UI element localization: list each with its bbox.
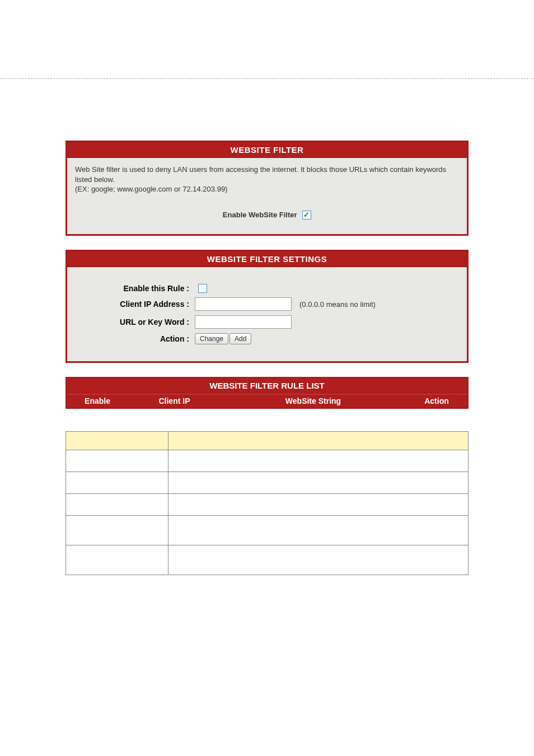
enable-website-filter-label: Enable WebSite Filter — [223, 211, 297, 219]
client-ip-label: Client IP Address : — [77, 300, 195, 309]
add-button[interactable]: Add — [229, 333, 251, 344]
rule-list-title: WEBSITE FILTER RULE LIST — [67, 378, 467, 394]
enable-website-filter-checkbox[interactable] — [302, 211, 311, 220]
table-row — [66, 450, 469, 472]
website-filter-description: Web Site filter is used to deny LAN user… — [75, 165, 459, 194]
col-action: Action — [406, 396, 467, 405]
client-ip-hint: (0.0.0.0 means no limit) — [299, 300, 376, 309]
col-enable: Enable — [67, 396, 128, 405]
enable-rule-checkbox[interactable] — [198, 284, 207, 293]
website-filter-title: WEBSITE FILTER — [67, 142, 467, 158]
website-filter-settings-panel: WEBSITE FILTER SETTINGS Enable this Rule… — [65, 250, 469, 363]
col-client-ip: Client IP — [128, 396, 221, 405]
change-button[interactable]: Change — [195, 333, 228, 344]
action-label: Action : — [77, 334, 195, 343]
table-row — [66, 432, 469, 450]
page-divider — [0, 78, 534, 79]
rule-list-columns: Enable Client IP WebSite String Action — [67, 394, 467, 408]
table-row — [66, 472, 469, 494]
website-filter-body: Web Site filter is used to deny LAN user… — [67, 158, 467, 234]
empty-table — [65, 431, 469, 575]
website-filter-settings-title: WEBSITE FILTER SETTINGS — [67, 251, 467, 267]
col-website-string: WebSite String — [221, 396, 406, 405]
enable-rule-label: Enable this Rule : — [77, 284, 195, 293]
url-keyword-label: URL or Key Word : — [77, 318, 195, 326]
client-ip-input[interactable] — [195, 297, 292, 311]
table-row — [66, 545, 469, 575]
table-row — [66, 494, 469, 516]
rule-list-panel: WEBSITE FILTER RULE LIST Enable Client I… — [65, 377, 469, 409]
website-filter-settings-body: Enable this Rule : Client IP Address : (… — [67, 267, 467, 361]
table-row — [66, 516, 469, 545]
url-keyword-input[interactable] — [195, 315, 292, 329]
website-filter-panel: WEBSITE FILTER Web Site filter is used t… — [65, 141, 469, 236]
